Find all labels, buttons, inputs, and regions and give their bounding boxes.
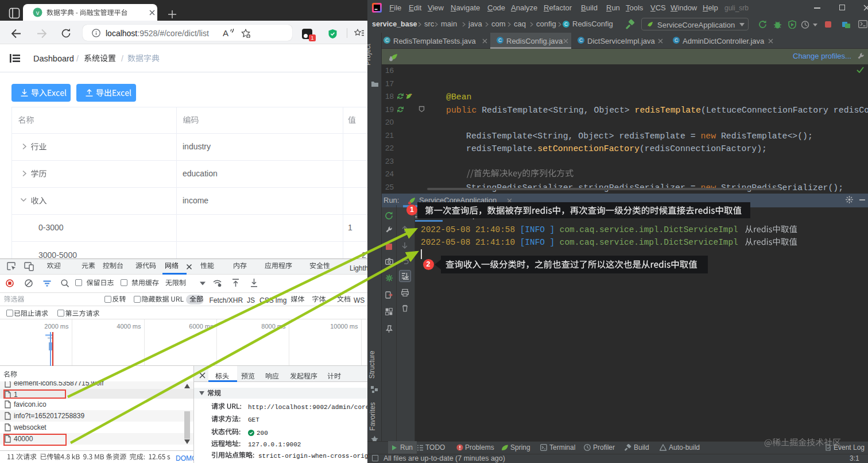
svg-text:C: C	[498, 37, 502, 43]
svg-text:A: A	[223, 28, 228, 38]
svg-text:C: C	[385, 37, 389, 43]
svg-text:v: v	[36, 9, 40, 16]
svg-text:C: C	[579, 37, 583, 43]
svg-text:C: C	[675, 37, 678, 43]
svg-text:C: C	[564, 21, 568, 27]
